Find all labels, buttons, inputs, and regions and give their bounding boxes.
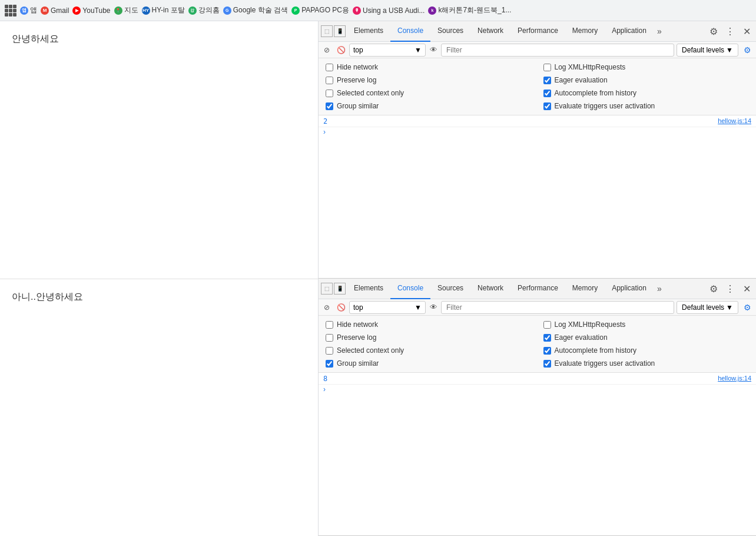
clear-btn-top[interactable]: ⊘ — [321, 44, 333, 56]
label-autocomplete-top: Autocomplete from history — [555, 89, 636, 97]
setting-log-xml-bottom: Log XMLHttpRequests — [543, 319, 750, 330]
main-content: 안녕하세요 아니..안녕하세요 ⬚ 📱 Elements Console Sou… — [0, 21, 756, 536]
checkbox-log-xml-bottom[interactable] — [543, 321, 551, 329]
checkbox-preserve-top[interactable] — [326, 77, 333, 84]
label-evaluate-triggers-top: Evaluate triggers user activation — [555, 102, 655, 110]
bookmark-usb[interactable]: 🎙 Using a USB Audi... — [353, 6, 425, 15]
setting-group-similar-bottom: Group similar — [326, 358, 532, 369]
bookmark-gmail[interactable]: M Gmail — [41, 6, 69, 15]
block-btn-bottom[interactable]: 🚫 — [335, 302, 347, 313]
filter-input-top[interactable] — [444, 46, 671, 54]
tab-memory-bottom[interactable]: Memory — [565, 279, 605, 299]
filter-input-bottom[interactable] — [444, 303, 671, 312]
console-arrow-top[interactable]: › — [319, 127, 756, 137]
console-settings-gear-bottom[interactable]: ⚙ — [741, 301, 754, 314]
checkbox-preserve-bottom[interactable] — [326, 334, 333, 342]
context-selector-top[interactable]: top ▼ — [349, 44, 426, 57]
checkbox-selected-context-top[interactable] — [326, 90, 333, 97]
console-output-line-top: 2 hellow.js:14 — [319, 117, 756, 127]
bookmark-k[interactable]: k k해커톤7회-웬드북_1... — [428, 5, 511, 15]
checkbox-hide-network-bottom[interactable] — [326, 321, 333, 329]
context-label-top: top — [353, 46, 363, 54]
setting-group-similar-top: Group similar — [326, 101, 532, 111]
tab-performance-bottom[interactable]: Performance — [510, 279, 565, 299]
bookmark-youtube[interactable]: ▶ YouTube — [72, 6, 110, 15]
label-log-xml-bottom: Log XMLHttpRequests — [555, 320, 626, 329]
checkbox-eager-bottom[interactable] — [543, 334, 551, 342]
console-settings-panel-top: Hide network Log XMLHttpRequests Preserv… — [319, 58, 756, 115]
label-preserve-top: Preserve log — [337, 76, 376, 84]
filter-box-bottom — [441, 301, 674, 314]
tab-memory-top[interactable]: Memory — [565, 21, 605, 42]
inspect-icon-bottom[interactable]: ⬚ — [321, 283, 333, 295]
bookmark-hy[interactable]: HY HY-in 포탈 — [142, 5, 185, 15]
mobile-icon-bottom[interactable]: 📱 — [334, 283, 346, 295]
apps-icon[interactable] — [5, 5, 16, 16]
bookmark-maps[interactable]: 📍 지도 — [114, 5, 138, 15]
devtools-instance-top: ⬚ 📱 Elements Console Sources Network Per… — [319, 21, 756, 279]
page-text-top: 안녕하세요 — [12, 33, 59, 45]
tabs-more-top[interactable]: » — [654, 27, 665, 36]
tab-console-bottom[interactable]: Console — [390, 279, 430, 299]
close-icon-bottom[interactable]: ✕ — [740, 282, 754, 296]
mobile-icon[interactable]: 📱 — [334, 25, 346, 37]
label-group-similar-top: Group similar — [337, 102, 379, 110]
setting-selected-context-bottom: Selected context only — [326, 345, 532, 356]
tab-application-top[interactable]: Application — [605, 21, 654, 42]
tab-sources-top[interactable]: Sources — [430, 21, 470, 42]
levels-btn-bottom[interactable]: Default levels ▼ — [677, 301, 738, 314]
setting-eager-bottom: Eager evaluation — [543, 332, 750, 343]
bookmark-papago[interactable]: P PAPAGO PC용 — [291, 5, 349, 15]
tab-performance-top[interactable]: Performance — [510, 21, 565, 42]
block-btn-top[interactable]: 🚫 — [335, 44, 347, 56]
tab-sources-bottom[interactable]: Sources — [430, 279, 470, 299]
console-settings-gear-top[interactable]: ⚙ — [741, 44, 754, 57]
tab-network-top[interactable]: Network — [470, 21, 510, 42]
close-icon-top[interactable]: ✕ — [740, 24, 754, 38]
devtools-tabs-bottom: ⬚ 📱 Elements Console Sources Network Per… — [319, 279, 756, 299]
checkbox-autocomplete-top[interactable] — [543, 90, 551, 97]
label-selected-context-bottom: Selected context only — [337, 346, 404, 355]
eye-icon-bottom[interactable]: 👁 — [428, 302, 439, 313]
bookmark-kang[interactable]: 강 강의홈 — [188, 5, 220, 15]
setting-preserve-bottom: Preserve log — [326, 332, 532, 343]
console-file-top[interactable]: hellow.js:14 — [718, 117, 751, 124]
more-icon-top[interactable]: ⋮ — [723, 24, 737, 38]
eye-icon-top[interactable]: 👁 — [428, 45, 439, 55]
more-icon-bottom[interactable]: ⋮ — [723, 282, 737, 296]
checkbox-hide-network-top[interactable] — [326, 64, 333, 71]
tab-network-bottom[interactable]: Network — [470, 279, 510, 299]
setting-eager-top: Eager evaluation — [543, 75, 750, 85]
checkbox-evaluate-triggers-bottom[interactable] — [543, 360, 551, 368]
settings-icon-top[interactable]: ⚙ — [707, 24, 721, 38]
console-file-bottom[interactable]: hellow.js:14 — [718, 375, 751, 382]
label-preserve-bottom: Preserve log — [337, 333, 376, 342]
console-output-bottom: 8 hellow.js:14 › — [319, 373, 756, 535]
settings-icon-bottom[interactable]: ⚙ — [707, 282, 721, 296]
checkbox-log-xml-top[interactable] — [543, 64, 551, 71]
context-selector-bottom[interactable]: top ▼ — [349, 301, 426, 314]
bookmark-apps[interactable]: 앱 앱 — [20, 5, 37, 15]
checkbox-eager-top[interactable] — [543, 77, 551, 84]
tab-application-bottom[interactable]: Application — [605, 279, 654, 299]
label-selected-context-top: Selected context only — [337, 89, 404, 97]
clear-btn-bottom[interactable]: ⊘ — [321, 302, 333, 313]
page-area: 안녕하세요 아니..안녕하세요 — [0, 21, 318, 536]
checkbox-evaluate-triggers-top[interactable] — [543, 102, 551, 110]
bookmark-google-scholar[interactable]: G Google 학술 검색 — [223, 5, 288, 15]
tab-console-top[interactable]: Console — [390, 21, 430, 42]
checkbox-selected-context-bottom[interactable] — [326, 347, 333, 355]
checkbox-group-similar-bottom[interactable] — [326, 360, 333, 368]
tab-elements-top[interactable]: Elements — [347, 21, 390, 42]
tabs-more-bottom[interactable]: » — [654, 284, 665, 293]
devtools-panel: ⬚ 📱 Elements Console Sources Network Per… — [318, 21, 756, 536]
chrome-toolbar: 앱 앱 M Gmail ▶ YouTube 📍 지도 HY HY-in 포탈 강… — [0, 0, 756, 21]
levels-btn-top[interactable]: Default levels ▼ — [677, 44, 738, 57]
inspect-icon[interactable]: ⬚ — [321, 25, 333, 37]
checkbox-group-similar-top[interactable] — [326, 102, 333, 110]
tab-elements-bottom[interactable]: Elements — [347, 279, 390, 299]
console-arrow-bottom[interactable]: › — [319, 385, 756, 394]
label-eager-bottom: Eager evaluation — [555, 333, 608, 342]
console-number-bottom: 8 — [323, 375, 335, 383]
checkbox-autocomplete-bottom[interactable] — [543, 347, 551, 355]
